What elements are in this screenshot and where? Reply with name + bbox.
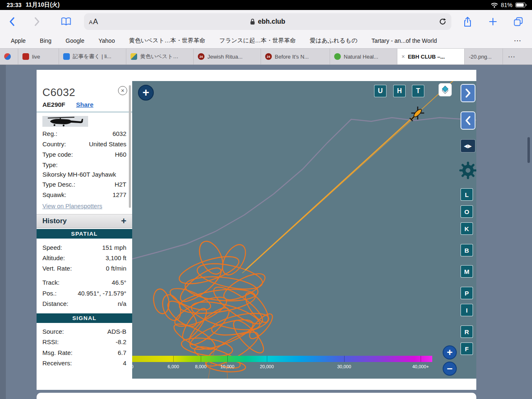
panel-close-button[interactable]: × (118, 86, 127, 95)
signal-row-source: Source: ADS-B (37, 327, 132, 337)
tab-png[interactable]: -20.png... (465, 49, 503, 64)
reader-aa-button[interactable]: AA (89, 17, 99, 26)
back-button[interactable] (9, 17, 15, 27)
map-button-m[interactable]: M (461, 265, 473, 278)
favorite-france[interactable]: フランスに起…本・世界革命 (219, 37, 296, 44)
sidebar-expand-button[interactable] (461, 84, 475, 102)
map-button-t[interactable]: T (412, 85, 424, 97)
history-header: History + (37, 214, 132, 228)
tab-favicon (22, 53, 29, 60)
hex-code: AE290F (42, 101, 65, 108)
favorites-more-button[interactable]: ⋯ (514, 36, 521, 45)
panel-scrollbar[interactable] (129, 85, 131, 208)
field-label: Country: (42, 140, 66, 148)
tab-before-its-news[interactable]: 24 Before It's N... (261, 49, 330, 64)
scale-label-20000: 20,000 (260, 364, 274, 369)
field-value: 46.5° (112, 278, 126, 287)
field-row-reg: Reg.: 6032 (37, 128, 132, 139)
address-bar[interactable]: AA AA ebh.club (84, 13, 451, 30)
favorite-yahoo[interactable]: Yahoo (99, 37, 115, 44)
tab-favicon: 24 (198, 53, 204, 60)
signal-row-rssi: RSSI: -8.2 (37, 337, 132, 347)
flight-trails (132, 81, 476, 379)
map-add-button[interactable]: + (138, 85, 154, 101)
tabs-more-button[interactable]: ⋯ (503, 49, 532, 64)
field-value: n/a (118, 300, 126, 308)
favorite-apple[interactable]: Apple (11, 37, 26, 44)
scale-label-8000: 8,000 (195, 364, 207, 369)
map-button-r[interactable]: R (461, 325, 473, 338)
map-button-l[interactable]: L (461, 188, 473, 201)
map-button-o[interactable]: O (461, 205, 473, 218)
zoom-out-button[interactable]: − (443, 362, 457, 376)
map-button-p[interactable]: P (461, 287, 473, 299)
signal-section-header: SIGNAL (37, 313, 132, 323)
spatial-row-speed: Speed: 151 mph (37, 242, 132, 253)
settings-gear-button[interactable] (458, 161, 476, 180)
field-label: Vert. Rate: (42, 264, 72, 273)
sidebar-collapse-button[interactable] (461, 111, 475, 130)
tab-yellow-vest[interactable]: 黄色いベスト… (126, 49, 194, 64)
forward-button[interactable] (34, 17, 40, 27)
tab-partial[interactable] (0, 49, 18, 64)
tab-jewish-ritual[interactable]: 24 Jewish Ritua... (194, 49, 261, 64)
field-value: United States (89, 140, 126, 148)
other-track-line (132, 118, 476, 259)
favorite-bing[interactable]: Bing (40, 37, 52, 44)
favorite-tartary[interactable]: Tartary - an...of the World (372, 37, 437, 44)
helicopter-silhouette-icon (44, 116, 86, 127)
field-label: Altitude: (42, 254, 65, 262)
tab-blog-editor[interactable]: 記事を書く | li... (59, 49, 126, 64)
field-label: Type: (42, 161, 58, 169)
helicopter-marker[interactable] (408, 106, 425, 123)
field-label: Type Desc.: (42, 180, 75, 189)
tab-favicon (63, 53, 70, 60)
next-content-card (37, 393, 476, 399)
favorite-google[interactable]: Google (66, 37, 84, 44)
spatial-section-header: SPATIAL (37, 229, 132, 239)
map-view[interactable]: + U H T ◀ (132, 81, 476, 379)
tab-favicon: 24 (265, 53, 272, 60)
map-button-k[interactable]: K (461, 222, 473, 235)
chevron-right-icon (465, 89, 471, 98)
map-button-b[interactable]: B (461, 244, 473, 256)
bookmarks-icon[interactable] (61, 17, 71, 26)
map-button-h[interactable]: H (393, 85, 406, 97)
tab-live[interactable]: live (18, 49, 59, 64)
share-button[interactable] (463, 16, 472, 27)
field-label: Type code: (42, 150, 73, 159)
spatial-row-track: Track: 46.5° (37, 278, 132, 288)
field-row-typedesc: Type Desc.: H2T (37, 180, 132, 190)
tab-natural-health[interactable]: Natural Heal... (330, 49, 397, 64)
zoom-in-button[interactable]: + (443, 345, 457, 360)
new-tab-button[interactable] (489, 17, 497, 26)
field-value: 1277 (113, 191, 126, 199)
window-scrollbar[interactable] (527, 137, 530, 163)
favorite-yellow-vest[interactable]: 黄色いベスト…本・世界革命 (129, 37, 205, 44)
field-row-typecode: Type code: H60 (37, 150, 132, 160)
tabs-overview-button[interactable] (514, 17, 523, 26)
favorite-love[interactable]: 愛はあふれるもの (310, 37, 357, 44)
field-value: 6032 (113, 130, 126, 138)
map-button-u[interactable]: U (374, 85, 387, 97)
map-button-i[interactable]: I (461, 304, 473, 316)
field-value: 40.951°, -71.579° (78, 289, 126, 298)
field-label: Track: (42, 278, 59, 287)
history-title: History (42, 217, 67, 225)
field-value: 6.7 (118, 349, 126, 357)
field-label: Distance: (42, 300, 69, 308)
reload-button[interactable] (439, 18, 446, 25)
field-value: 3,100 ft (106, 254, 126, 262)
tab-close-icon[interactable]: × (401, 53, 405, 60)
share-link[interactable]: Share (76, 101, 94, 108)
pan-arrows-button[interactable]: ◀▶ (461, 139, 475, 153)
field-label: Speed: (42, 244, 62, 252)
history-add-button[interactable]: + (121, 217, 126, 226)
ipad-screen: 23:33 11月10日(火) 81% AA AA (0, 0, 532, 399)
planespotters-link[interactable]: View on Planespotters (42, 203, 102, 209)
map-button-f[interactable]: F (461, 342, 473, 355)
tab-bar: live 記事を書く | li... 黄色いベスト… 24 Jewish Rit… (0, 48, 532, 65)
layers-button[interactable] (438, 83, 452, 96)
tab-ebh-club-active[interactable]: × EBH CLUB –... (397, 49, 465, 64)
field-value-type: Sikorsky MH-60T Jayhawk (37, 170, 132, 180)
